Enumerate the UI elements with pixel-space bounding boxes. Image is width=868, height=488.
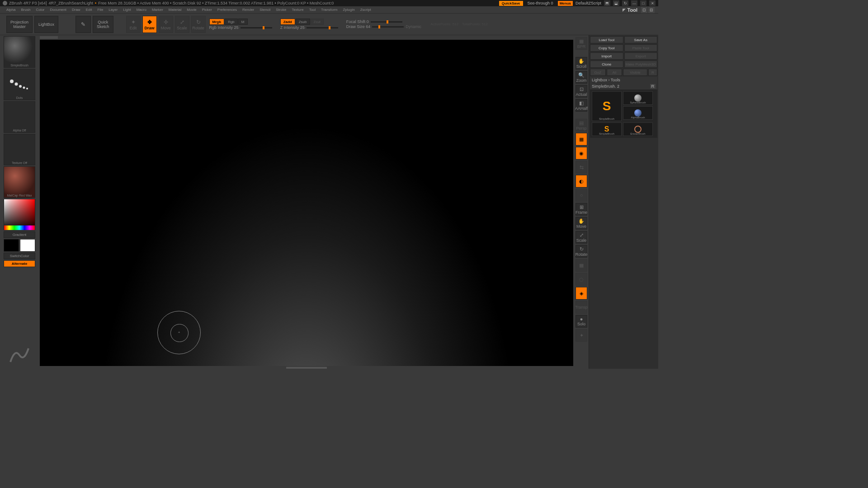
menu-marker[interactable]: Marker	[149, 7, 166, 13]
goz-button[interactable]: GoZ	[590, 69, 606, 76]
quick-sketch-button[interactable]: ✎	[75, 16, 91, 33]
zadd-button[interactable]: Zadd	[280, 19, 295, 25]
menu-zplugin[interactable]: Zplugin	[340, 7, 357, 13]
m-button[interactable]: M	[238, 19, 248, 25]
menu-transform[interactable]: Transform	[318, 7, 340, 13]
alternate-button[interactable]: Alternate	[4, 260, 35, 267]
canvas[interactable]: +	[40, 40, 573, 366]
rgb-intensity-slider[interactable]	[241, 27, 272, 28]
stroke-tile[interactable]: Dots	[4, 69, 35, 100]
clone-button[interactable]: Clone	[590, 61, 623, 68]
quick-sketch-label[interactable]: Quick Sketch	[93, 16, 113, 33]
projection-master-button[interactable]: Projection Master	[6, 16, 33, 33]
local-button[interactable]: ◉	[576, 147, 587, 160]
see-through[interactable]: See-through 0	[528, 1, 553, 5]
zoom-button[interactable]: 🔍Zoom	[576, 71, 587, 84]
zcut-button[interactable]: Zcut	[311, 19, 324, 25]
canvas-tab[interactable]	[40, 36, 58, 39]
window-btn-3[interactable]: ↻	[622, 0, 628, 6]
menu-layer[interactable]: Layer	[106, 7, 120, 13]
save-as-button[interactable]: Save As	[624, 36, 658, 43]
persp-button[interactable]: ▤Persp	[576, 119, 587, 131]
panel-pin-button[interactable]: ⊡	[641, 7, 647, 13]
canvas-bottom-bar[interactable]	[40, 366, 573, 369]
make-polymesh-button[interactable]: Make PolyMesh3D	[624, 61, 658, 68]
floor-button[interactable]: ▦	[576, 133, 587, 145]
menu-edit[interactable]: Edit	[83, 7, 95, 13]
tool-eraserbrush[interactable]: EraserBrush	[623, 122, 653, 136]
load-tool-button[interactable]: Load Tool	[590, 36, 623, 43]
menu-preferences[interactable]: Preferences	[215, 7, 240, 13]
polyf-button[interactable]: ▦	[576, 259, 587, 272]
menu-draw[interactable]: Draw	[69, 7, 83, 13]
mrgb-button[interactable]: Mrgb	[209, 19, 225, 25]
rgb-button[interactable]: Rgb	[225, 19, 238, 25]
bpr-button[interactable]: ▦BPR	[576, 37, 587, 50]
menu-tool[interactable]: Tool	[307, 7, 319, 13]
aahalf-button[interactable]: ◧AAHalf	[576, 99, 587, 112]
dot-button[interactable]: ○	[576, 189, 587, 202]
color-picker[interactable]	[4, 199, 35, 230]
menu-render[interactable]: Render	[240, 7, 257, 13]
alpha-tile[interactable]: Alpha Off	[4, 101, 35, 133]
lc-button[interactable]: ◐	[576, 175, 587, 188]
import-button[interactable]: Import	[590, 52, 623, 60]
scale-button[interactable]: ⤢Scale	[175, 16, 189, 33]
dynamic-label[interactable]: Dynamic	[406, 24, 421, 29]
menu-texture[interactable]: Texture	[289, 7, 306, 13]
scroll-button[interactable]: ✋Scroll	[576, 57, 587, 70]
maximize-button[interactable]: □	[640, 0, 646, 6]
menu-color[interactable]: Color	[33, 7, 47, 13]
tool-alphabrush[interactable]: AlphaBrush	[623, 106, 653, 120]
tool-spherebrush[interactable]: SphereBrush	[623, 91, 653, 105]
r-badge[interactable]: R	[650, 84, 656, 89]
close-button[interactable]: ✕	[649, 0, 656, 6]
texture-tile[interactable]: Texture Off	[4, 134, 35, 165]
tool-simplebrush-main[interactable]: SSimpleBrush	[592, 91, 622, 121]
dynamesh-button[interactable]: Transp	[576, 301, 587, 314]
hue-bar[interactable]	[4, 225, 35, 230]
menu-alpha[interactable]: Alpha	[4, 7, 18, 13]
solo-button[interactable]: ●Solo	[576, 315, 587, 328]
menu-stroke[interactable]: Stroke	[273, 7, 289, 13]
color-white[interactable]	[20, 239, 35, 252]
menu-brush[interactable]: Brush	[18, 7, 33, 13]
export-button[interactable]: Export	[624, 52, 658, 60]
edit-button[interactable]: ✦Edit	[126, 16, 141, 33]
lightbox-button[interactable]: LightBox	[34, 16, 58, 33]
copy-tool-button[interactable]: Copy Tool	[590, 44, 623, 52]
menu-light[interactable]: Light	[120, 7, 133, 13]
window-btn-1[interactable]: ⬒	[604, 0, 610, 6]
z-intensity-slider[interactable]	[307, 27, 338, 28]
nav-rotate-button[interactable]: ↻Rotate	[576, 245, 587, 258]
actual-button[interactable]: ⊡Actual	[576, 85, 587, 98]
minimize-button[interactable]: —	[631, 0, 637, 6]
focal-shift-slider[interactable]	[371, 21, 402, 23]
frame-button[interactable]: ⊞Frame	[576, 203, 587, 216]
visible-button[interactable]: Visible	[623, 69, 647, 76]
draw-size-slider[interactable]	[372, 26, 404, 28]
switch-color-button[interactable]: SwitchColor	[4, 253, 35, 259]
lightbox-tools-header[interactable]: Lightbox › Tools	[590, 77, 657, 83]
menu-material[interactable]: Material	[166, 7, 184, 13]
transp-button[interactable]: ◌	[576, 273, 587, 286]
gradient-button[interactable]: Gradient	[4, 231, 35, 238]
brush-preview[interactable]: SimpleBrush	[4, 36, 35, 68]
zsub-button[interactable]: Zsub	[296, 19, 310, 25]
move-button[interactable]: ✢Move	[159, 16, 173, 33]
menu-movie[interactable]: Movie	[184, 7, 199, 13]
ghost-button[interactable]: ◈	[576, 287, 587, 300]
menu-file[interactable]: File	[94, 7, 106, 13]
menu-zscript[interactable]: Zscript	[358, 7, 374, 13]
menu-document[interactable]: Document	[47, 7, 69, 13]
r-button[interactable]: R	[648, 69, 657, 76]
draw-button[interactable]: ✥Draw	[142, 16, 157, 33]
nav-move-button[interactable]: ✋Move	[576, 217, 587, 230]
material-tile[interactable]: MatCap Red Wax	[4, 166, 35, 198]
quicksave-button[interactable]: QuickSave	[499, 1, 523, 6]
color-black[interactable]	[4, 239, 19, 252]
all-button[interactable]: All	[607, 69, 623, 76]
window-btn-2[interactable]: ⬓	[613, 0, 619, 6]
tool-simplebrush-2[interactable]: SSimpleBrush	[592, 122, 622, 136]
paste-tool-button[interactable]: Paste Tool	[624, 44, 658, 52]
